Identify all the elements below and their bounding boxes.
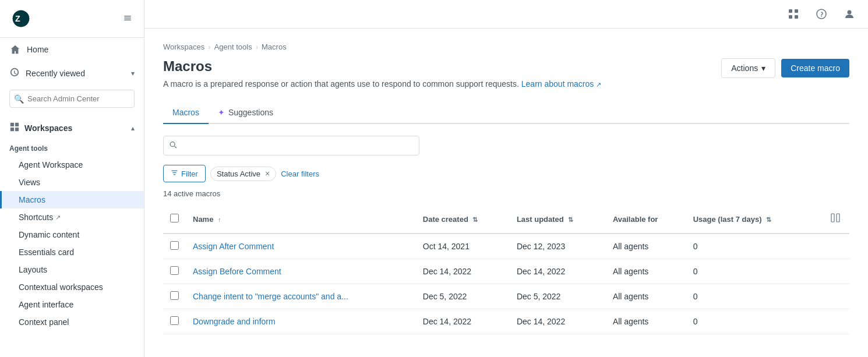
grid-apps-button[interactable]	[784, 5, 803, 23]
filter-button[interactable]: Filter	[163, 165, 206, 182]
svg-point-14	[170, 142, 175, 147]
sidebar-collapse-button[interactable]	[121, 11, 135, 27]
sidebar-item-agent-interface[interactable]: Agent interface	[0, 296, 144, 313]
breadcrumb-current: Macros	[262, 43, 287, 51]
page-description-text: A macro is a prepared response or action…	[163, 79, 519, 89]
last-updated-sort-icon[interactable]: ⇅	[568, 216, 573, 223]
table-header-row: Name ↑ Date created ⇅ Last updated ⇅ A	[163, 205, 849, 234]
row-usage-3: 0	[686, 309, 811, 334]
workspaces-header-left: Workspaces	[9, 122, 72, 134]
search-macros-wrap	[163, 136, 419, 155]
header-actions: Actions ▾ Create macro	[721, 58, 849, 78]
filter-row: Filter Status Active × Clear filters	[163, 165, 849, 182]
row-date-created-2: Dec 5, 2022	[416, 284, 510, 309]
macro-link-0[interactable]: Assign After Comment	[193, 242, 274, 251]
sidebar: Z Home Recently viewed ▾ 🔍	[0, 0, 144, 357]
active-macros-count: 14 active macros	[163, 189, 849, 198]
filter-label: Filter	[181, 169, 198, 178]
col-header-actions	[811, 205, 849, 234]
row-checkbox-2[interactable]	[170, 291, 179, 300]
sidebar-header: Z	[0, 0, 144, 38]
macro-link-3[interactable]: Downgrade and inform	[193, 317, 276, 326]
svg-rect-6	[10, 128, 14, 131]
customize-columns-button[interactable]	[828, 211, 842, 227]
select-all-checkbox[interactable]	[170, 214, 179, 222]
user-profile-button[interactable]	[840, 5, 859, 23]
learn-about-macros-link[interactable]: Learn about macros ↗	[521, 79, 601, 89]
status-active-tag-text: Status Active	[217, 169, 260, 178]
clock-icon	[9, 67, 20, 79]
svg-point-12	[817, 9, 826, 19]
select-all-header	[163, 205, 186, 234]
actions-button[interactable]: Actions ▾	[721, 58, 775, 78]
table-header: Name ↑ Date created ⇅ Last updated ⇅ A	[163, 205, 849, 234]
usage-sort-icon[interactable]: ⇅	[766, 216, 771, 223]
sidebar-item-macros[interactable]: Macros	[0, 191, 144, 208]
name-sort-icon[interactable]: ↑	[218, 216, 221, 223]
row-actions-1	[811, 259, 849, 284]
row-last-updated-1: Dec 14, 2022	[510, 259, 606, 284]
svg-rect-10	[789, 15, 792, 19]
filter-bar	[163, 136, 849, 155]
sidebar-item-views[interactable]: Views	[0, 174, 144, 191]
svg-rect-19	[831, 214, 834, 222]
tabs: Macros ✦ Suggestions	[163, 102, 849, 124]
page-title-section: Macros A macro is a prepared response or…	[163, 58, 601, 90]
sidebar-item-dynamic-content[interactable]: Dynamic content	[0, 226, 144, 243]
help-button[interactable]	[812, 5, 831, 23]
svg-rect-8	[789, 9, 792, 13]
row-checkbox-cell-0	[163, 234, 186, 259]
sidebar-item-context-panel[interactable]: Context panel	[0, 313, 144, 331]
row-checkbox-0[interactable]	[170, 241, 179, 250]
tab-suggestions[interactable]: ✦ Suggestions	[209, 102, 283, 124]
external-link-icon: ↗	[596, 81, 601, 88]
sidebar-item-contextual-workspaces[interactable]: Contextual workspaces	[0, 278, 144, 296]
recently-viewed-label-wrap: Recently viewed	[9, 67, 85, 79]
breadcrumb-agent-tools[interactable]: Agent tools	[214, 43, 252, 51]
external-link-icon: ↗	[55, 214, 61, 221]
macro-link-1[interactable]: Assign Before Comment	[193, 267, 281, 276]
sidebar-item-shortcuts[interactable]: Shortcuts ↗	[0, 208, 144, 226]
col-header-usage: Usage (last 7 days) ⇅	[686, 205, 811, 234]
breadcrumb-workspaces[interactable]: Workspaces	[163, 43, 204, 51]
breadcrumb-sep-1: ›	[208, 43, 210, 51]
sidebar-item-essentials-card[interactable]: Essentials card	[0, 243, 144, 261]
row-usage-2: 0	[686, 284, 811, 309]
row-checkbox-3[interactable]	[170, 316, 179, 325]
logo: Z	[9, 7, 33, 30]
workspaces-label: Workspaces	[24, 123, 72, 133]
search-admin-center-container: 🔍	[0, 85, 144, 112]
tab-macros[interactable]: Macros	[163, 102, 209, 124]
row-available-for-2: All agents	[606, 284, 686, 309]
row-name-2: Change intent to "merge accounts" and a.…	[186, 284, 416, 309]
row-checkbox-cell-2	[163, 284, 186, 309]
sidebar-item-layouts[interactable]: Layouts	[0, 261, 144, 278]
sidebar-item-agent-workspace[interactable]: Agent Workspace	[0, 156, 144, 174]
sidebar-recently-viewed[interactable]: Recently viewed ▾	[0, 61, 144, 85]
svg-text:Z: Z	[15, 14, 20, 23]
workspaces-header[interactable]: Workspaces ▴	[0, 117, 144, 139]
create-macro-button[interactable]: Create macro	[781, 59, 849, 77]
svg-rect-1	[124, 16, 131, 17]
home-icon	[9, 44, 21, 55]
macros-table-container: Name ↑ Date created ⇅ Last updated ⇅ A	[163, 205, 849, 334]
row-checkbox-1[interactable]	[170, 266, 179, 275]
row-checkbox-cell-3	[163, 309, 186, 334]
search-macros-input[interactable]	[163, 136, 419, 155]
row-usage-0: 0	[686, 234, 811, 259]
status-filter-close-button[interactable]: ×	[265, 169, 270, 178]
table-body: Assign After Comment Oct 14, 2021 Dec 12…	[163, 234, 849, 334]
row-last-updated-2: Dec 5, 2022	[510, 284, 606, 309]
search-macros-icon	[169, 141, 177, 151]
svg-rect-9	[795, 9, 798, 13]
row-last-updated-3: Dec 14, 2022	[510, 309, 606, 334]
sidebar-item-home[interactable]: Home	[0, 38, 144, 61]
table-row: Downgrade and inform Dec 14, 2022 Dec 14…	[163, 309, 849, 334]
workspaces-chevron-icon: ▴	[131, 124, 135, 132]
clear-filters-button[interactable]: Clear filters	[281, 169, 319, 178]
row-name-3: Downgrade and inform	[186, 309, 416, 334]
svg-rect-2	[124, 17, 131, 19]
macro-link-2[interactable]: Change intent to "merge accounts" and a.…	[193, 292, 348, 301]
date-created-sort-icon[interactable]: ⇅	[472, 216, 478, 223]
search-admin-center-input[interactable]	[9, 90, 135, 108]
